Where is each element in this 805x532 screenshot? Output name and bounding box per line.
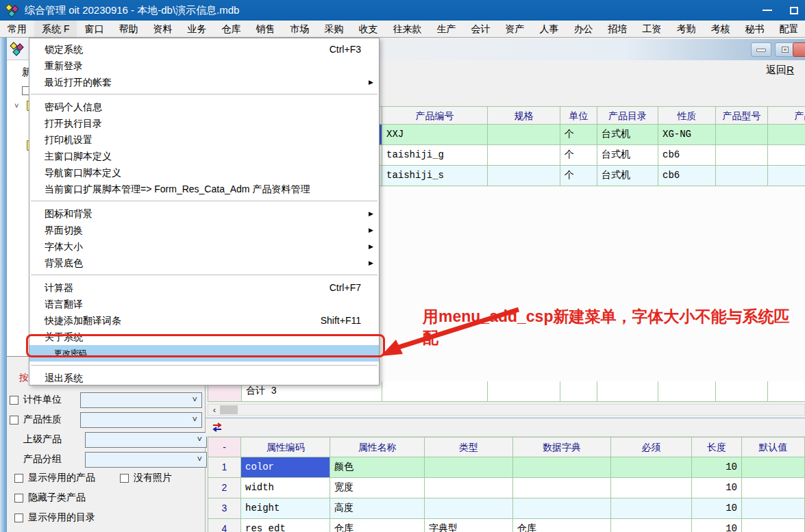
menu-item-mishu[interactable]: 秘书	[737, 21, 771, 37]
show-disabled-products-checkbox[interactable]	[14, 474, 23, 483]
menu-item-zhaopei[interactable]: 招培	[600, 21, 634, 37]
header-product-code[interactable]: 产品编号	[382, 106, 488, 125]
menu-language-translate[interactable]: 语言翻译	[29, 296, 379, 312]
menu-item-shengchan[interactable]: 生产	[429, 21, 463, 37]
annotation-highlight-box	[26, 334, 385, 357]
menu-calculator[interactable]: 计算器Ctrl+F7	[29, 279, 379, 296]
header-attr-name[interactable]: 属性名称	[330, 437, 425, 457]
menu-ui-switch[interactable]: 界面切换▶	[29, 222, 379, 238]
menu-item-bangzhu[interactable]: 帮助	[111, 21, 145, 37]
table-row: 2 width 宽度 10	[208, 478, 805, 498]
submenu-arrow-icon: ▶	[369, 205, 373, 222]
table-row: 3 height 高度 10	[208, 498, 805, 519]
menu-icons-background[interactable]: 图标和背景▶	[29, 205, 379, 222]
menu-item-shichang[interactable]: 市场	[282, 21, 317, 37]
scroll-left-icon[interactable]: ‹	[210, 405, 219, 414]
menu-lock-system[interactable]: 锁定系统Ctrl+F3	[29, 41, 379, 58]
show-disabled-catalog-checkbox[interactable]	[14, 514, 23, 522]
child-close-icon[interactable]	[793, 42, 805, 57]
menu-item-caigou[interactable]: 采购	[317, 21, 351, 37]
menu-item-xiaoshou[interactable]: 销售	[248, 21, 282, 37]
menu-nav-window-script[interactable]: 导航窗口脚本定义	[29, 164, 379, 181]
menu-item-cangku[interactable]: 仓库	[214, 21, 248, 37]
header-default[interactable]: 默认值	[742, 437, 805, 457]
parent-product-label: 上级产品	[23, 433, 85, 446]
header-spec[interactable]: 规格	[488, 106, 560, 125]
minimize-icon[interactable]	[763, 10, 772, 11]
header-length[interactable]: 长度	[692, 437, 742, 457]
window-frame-left	[0, 38, 7, 532]
menu-password-info[interactable]: 密码个人信息	[29, 99, 379, 115]
swap-columns-icon[interactable]	[211, 422, 223, 432]
menu-item-kaohe[interactable]: 考核	[703, 21, 737, 37]
window-title: 综合管理 oit 20230916 - 本地-db\演示信息.mdb	[25, 4, 239, 17]
menu-item-wanglaikuan[interactable]: 往来款	[385, 21, 429, 37]
menu-item-shouzhi[interactable]: 收支	[351, 21, 385, 37]
menu-relogin[interactable]: 重新登录	[29, 58, 379, 74]
hide-subclass-checkbox[interactable]	[14, 494, 23, 503]
menu-item-kuaiji[interactable]: 会计	[463, 21, 497, 37]
menu-open-exec-dir[interactable]: 打开执行目录	[29, 115, 379, 131]
header-attr-code[interactable]: 属性编码	[241, 437, 330, 457]
header-model[interactable]: 产品型号	[716, 106, 768, 125]
menu-ext-script-manager[interactable]: 当前窗口扩展脚本管理=> Form_Res_Cata_Adm 产品资料管理	[29, 181, 379, 197]
submenu-arrow-icon: ▶	[369, 238, 373, 255]
menu-separator	[31, 275, 377, 275]
header-catalog[interactable]: 产品目录	[597, 106, 658, 125]
header-required[interactable]: 必须	[611, 437, 692, 457]
horizontal-scrollbar[interactable]: ‹	[208, 404, 805, 416]
child-minimize-icon[interactable]	[751, 42, 771, 57]
header-nature[interactable]: 性质	[658, 106, 716, 125]
unit-combo[interactable]: ˅	[80, 392, 202, 408]
menu-main-window-script[interactable]: 主窗口脚本定义	[29, 148, 379, 164]
menu-exit-system[interactable]: 退出系统	[29, 370, 379, 386]
menu-item-ziliao[interactable]: 资料	[145, 21, 179, 37]
menu-item-kaoqin[interactable]: 考勤	[669, 21, 703, 37]
parent-product-combo[interactable]: ˅	[85, 432, 207, 448]
application-window: 综合管理 oit 20230916 - 本地-db\演示信息.mdb 常用 系统…	[0, 0, 805, 532]
menu-separator	[31, 365, 377, 366]
scrollbar-thumb[interactable]	[220, 405, 238, 414]
nature-checkbox[interactable]	[10, 416, 18, 425]
system-menu-dropdown: 锁定系统Ctrl+F3 重新登录 最近打开的帐套▶ 密码个人信息 打开执行目录 …	[29, 38, 380, 385]
header-dict[interactable]: 数据字典	[513, 437, 611, 457]
menu-background-color[interactable]: 背景底色▶	[29, 255, 379, 271]
menu-separator	[31, 201, 377, 201]
attribute-table: - 属性编码 属性名称 类型 数据字典 必须 长度 默认值 1 color 颜色…	[208, 437, 805, 532]
menu-item-gongzi[interactable]: 工资	[634, 21, 669, 37]
menu-item-yewu[interactable]: 业务	[179, 21, 214, 37]
header-type[interactable]: 类型	[425, 437, 513, 457]
submenu-arrow-icon: ▶	[369, 74, 373, 90]
menu-item-changyong[interactable]: 常用	[0, 21, 34, 37]
header-dash[interactable]: -	[208, 437, 241, 457]
return-link[interactable]: 返回R	[766, 64, 794, 77]
unit-label: 计件单位	[23, 394, 80, 406]
chevron-down-icon: ˅	[197, 434, 202, 444]
header-unit[interactable]: 单位	[560, 106, 597, 125]
menu-font-size[interactable]: 字体大小▶	[29, 238, 379, 255]
menu-item-xitong[interactable]: 系统 F	[34, 21, 77, 37]
menu-item-bangong[interactable]: 办公	[566, 21, 600, 37]
expander-icon[interactable]: ˅	[14, 101, 18, 110]
menu-recent-accounts[interactable]: 最近打开的帐套▶	[29, 74, 379, 90]
attribute-toolbar	[206, 418, 805, 437]
unit-checkbox[interactable]	[10, 396, 18, 405]
chevron-down-icon: ˅	[197, 454, 202, 464]
menu-item-zichan[interactable]: 资产	[497, 21, 532, 37]
menu-item-peizhi[interactable]: 配置	[771, 21, 805, 37]
title-bar: 综合管理 oit 20230916 - 本地-db\演示信息.mdb	[0, 0, 805, 21]
no-photo-label: 没有照片	[134, 472, 172, 484]
menu-printer-setup[interactable]: 打印机设置	[29, 131, 379, 148]
no-photo-checkbox[interactable]	[120, 474, 129, 483]
maximize-icon[interactable]	[790, 7, 798, 14]
menu-separator	[31, 94, 377, 94]
menu-item-chuangkou[interactable]: 窗口	[77, 21, 111, 37]
menu-item-renshi[interactable]: 人事	[532, 21, 566, 37]
nature-combo[interactable]: ˅	[80, 412, 202, 428]
hide-subclass-label: 隐藏子类产品	[28, 492, 86, 504]
menu-quick-add-translation[interactable]: 快捷添加翻译词条Shift+F11	[29, 312, 379, 329]
header-grade[interactable]: 产品等	[768, 106, 805, 125]
nature-label: 产品性质	[23, 414, 80, 426]
product-group-combo[interactable]: ˅	[85, 452, 207, 468]
product-tab-icon	[10, 42, 24, 55]
